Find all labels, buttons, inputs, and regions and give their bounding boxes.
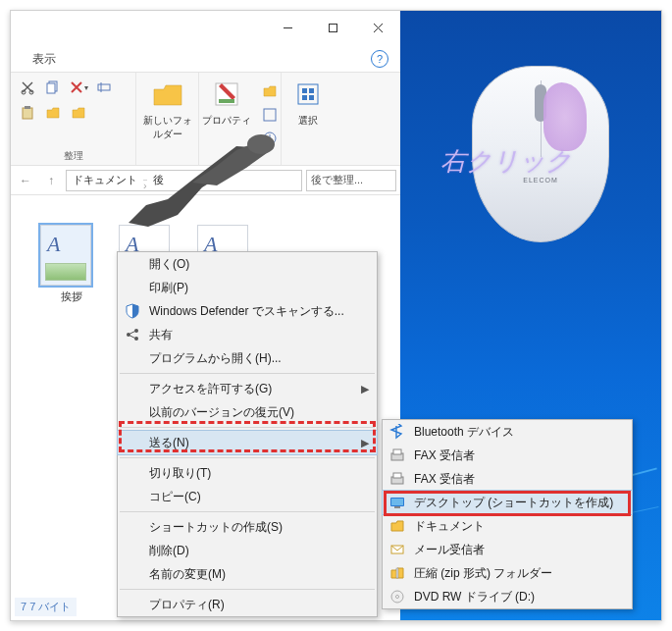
sendto-menu-item[interactable]: デスクトップ (ショートカットを作成)	[383, 491, 632, 514]
context-menu-item[interactable]: 名前の変更(M)	[118, 562, 377, 586]
svg-rect-30	[391, 499, 403, 505]
context-menu-main: 開く(O)印刷(P)Windows Defender でスキャンする...共有プ…	[117, 251, 378, 617]
address-box[interactable]: ドキュメント › 後	[66, 170, 302, 191]
disc-icon	[388, 588, 406, 605]
sendto-menu-item[interactable]: 圧縮 (zip 形式) フォルダー	[383, 561, 632, 585]
select-button[interactable]: 選択	[282, 77, 335, 128]
context-menu-item[interactable]: 削除(D)	[118, 539, 377, 562]
menu-item-label: FAX 受信者	[414, 471, 475, 488]
sendto-menu-item[interactable]: メール受信者	[383, 538, 632, 561]
new-folder-button[interactable]: 新しいフォルダー	[141, 77, 194, 141]
svg-rect-28	[393, 473, 401, 478]
move-icon[interactable]	[42, 102, 64, 124]
context-menu-item[interactable]: Windows Defender でスキャンする...	[118, 299, 377, 323]
copy-icon[interactable]	[42, 77, 64, 98]
context-menu-item[interactable]: 印刷(P)	[118, 276, 377, 299]
menu-item-label: DVD RW ドライブ (D:)	[414, 589, 535, 605]
desk-icon	[388, 494, 406, 511]
context-menu-item[interactable]: アクセスを許可する(G)▶	[118, 377, 377, 400]
context-menu-item[interactable]: ショートカットの作成(S)	[118, 515, 377, 539]
fax-icon	[388, 447, 406, 464]
context-menu-item[interactable]: 共有	[118, 323, 377, 346]
submenu-arrow-icon: ▶	[361, 383, 369, 395]
minimize-button[interactable]	[265, 13, 310, 42]
menu-item-label: デスクトップ (ショートカットを作成)	[414, 495, 613, 511]
rename-icon[interactable]	[93, 77, 115, 98]
svg-rect-26	[393, 449, 401, 454]
zip-icon	[388, 564, 406, 582]
history-icon[interactable]	[259, 128, 281, 149]
shield-icon	[124, 302, 141, 320]
submenu-arrow-icon: ▶	[361, 437, 369, 449]
svg-rect-20	[309, 95, 314, 100]
svg-rect-16	[298, 84, 318, 104]
svg-rect-10	[23, 108, 32, 119]
svg-rect-33	[396, 568, 398, 578]
menu-item-label: アクセスを許可する(G)	[149, 381, 272, 397]
menu-separator	[120, 373, 375, 374]
menu-item-label: 印刷(P)	[149, 280, 188, 296]
svg-point-35	[396, 596, 399, 599]
menu-separator	[120, 427, 375, 428]
ribbon: ▾ 整理 新しいフォルダー プロパテ	[11, 72, 400, 166]
context-menu-item[interactable]: 以前のバージョンの復元(V)	[118, 400, 377, 424]
context-menu-item[interactable]: プログラムから開く(H)...	[118, 346, 377, 370]
context-menu-sendto: Bluetooth デバイスFAX 受信者FAX 受信者デスクトップ (ショート…	[382, 419, 633, 609]
titlebar	[11, 11, 400, 50]
menu-item-label: メール受信者	[414, 542, 485, 558]
sendto-menu-item[interactable]: FAX 受信者	[383, 467, 632, 491]
svg-rect-17	[302, 88, 307, 93]
menu-separator	[120, 457, 375, 458]
menu-item-label: 共有	[149, 327, 173, 343]
copy-to-icon[interactable]	[68, 102, 89, 124]
menu-item-label: 送る(N)	[149, 435, 189, 451]
close-button[interactable]	[355, 13, 400, 42]
maximize-button[interactable]	[310, 13, 355, 42]
context-menu-item[interactable]: コピー(C)	[118, 485, 377, 508]
breadcrumb-seg[interactable]: ドキュメント	[73, 173, 137, 187]
sendto-menu-item[interactable]: ドキュメント	[383, 514, 632, 538]
menu-item-label: FAX 受信者	[414, 447, 475, 464]
nav-back-button[interactable]: ←	[15, 170, 36, 191]
context-menu-item[interactable]: 送る(N)▶	[118, 431, 377, 454]
open-icon[interactable]	[259, 80, 281, 102]
svg-rect-14	[264, 109, 276, 121]
context-menu-item[interactable]: 切り取り(T)	[118, 461, 377, 485]
menu-item-label: 以前のバージョンの復元(V)	[149, 404, 294, 421]
sendto-menu-item[interactable]: Bluetooth デバイス	[383, 420, 632, 444]
menu-item-label: 名前の変更(M)	[149, 566, 226, 583]
menu-separator	[120, 589, 375, 590]
mail-icon	[388, 541, 406, 558]
edit-icon[interactable]	[259, 104, 281, 126]
folder-icon	[388, 517, 406, 535]
menu-item-label: プロパティ(R)	[149, 597, 225, 613]
sendto-menu-item[interactable]: DVD RW ドライブ (D:)	[383, 585, 632, 608]
svg-rect-8	[98, 84, 110, 90]
ribbon-tab-view[interactable]: 表示	[32, 51, 56, 68]
right-click-annotation: 右クリック	[440, 144, 572, 179]
svg-rect-19	[302, 95, 307, 100]
svg-rect-31	[394, 506, 400, 508]
menu-item-label: Windows Defender でスキャンする...	[149, 303, 344, 320]
file-label: 挨拶	[40, 289, 103, 304]
address-bar: ← ↑ ドキュメント › 後 後で整理...	[11, 166, 400, 195]
breadcrumb-seg[interactable]: 後	[153, 173, 164, 187]
svg-point-23	[134, 329, 138, 333]
ribbon-group-organize: 整理	[64, 147, 83, 163]
menu-item-label: ドキュメント	[414, 518, 485, 535]
svg-rect-7	[47, 83, 55, 93]
search-box[interactable]: 後で整理...	[306, 170, 396, 191]
context-menu-item[interactable]: プロパティ(R)	[118, 593, 377, 616]
properties-button[interactable]: プロパティ	[200, 77, 253, 149]
svg-rect-1	[329, 24, 336, 31]
file-item[interactable]: A 挨拶	[40, 225, 103, 303]
delete-icon[interactable]: ▾	[68, 77, 89, 98]
nav-up-button[interactable]: ↑	[40, 170, 62, 191]
paste-icon[interactable]	[17, 102, 38, 124]
sendto-menu-item[interactable]: FAX 受信者	[383, 444, 632, 467]
svg-rect-18	[309, 88, 314, 93]
help-button[interactable]: ?	[371, 50, 388, 68]
menu-item-label: 圧縮 (zip 形式) フォルダー	[414, 565, 552, 582]
cut-icon[interactable]	[17, 77, 38, 98]
context-menu-item[interactable]: 開く(O)	[118, 252, 377, 276]
